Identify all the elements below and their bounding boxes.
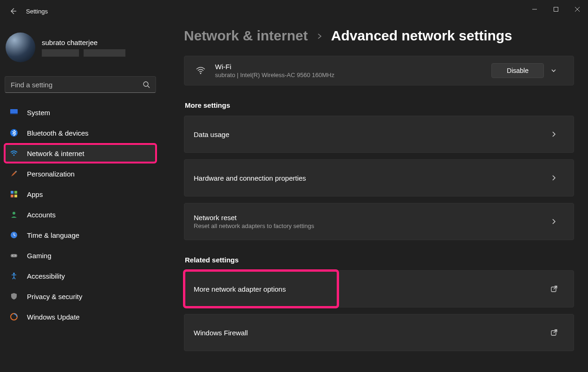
profile[interactable]: subrato chatterjee	[5, 22, 156, 68]
sidebar-item-personalization[interactable]: Personalization	[5, 164, 156, 183]
bluetooth-icon	[9, 128, 19, 137]
page-title: Advanced network settings	[331, 28, 512, 44]
card-windows-firewall[interactable]: Windows Firewall	[184, 314, 574, 351]
search-placeholder: Find a setting	[11, 81, 143, 89]
card-title: More network adapter options	[194, 285, 550, 293]
minimize-button[interactable]	[524, 0, 545, 19]
close-button[interactable]	[567, 0, 588, 19]
svg-rect-8	[14, 191, 17, 194]
sidebar-item-label: Windows Update	[27, 313, 79, 321]
svg-point-5	[13, 154, 14, 156]
external-link-icon	[550, 329, 564, 336]
wifi-icon	[194, 65, 208, 76]
card-network-reset[interactable]: Network reset Reset all network adapters…	[184, 203, 574, 240]
search-icon	[143, 81, 150, 88]
sidebar-item-label: Accessibility	[27, 272, 65, 280]
section-related-settings: Related settings	[185, 256, 574, 264]
breadcrumb-parent[interactable]: Network & internet	[184, 28, 308, 44]
window-controls	[524, 0, 588, 19]
minimize-icon	[532, 7, 537, 12]
sidebar-item-label: Gaming	[27, 252, 52, 260]
svg-rect-10	[14, 195, 17, 197]
sidebar-item-network[interactable]: Network & internet	[5, 144, 156, 163]
card-title: Windows Firewall	[194, 329, 550, 337]
sidebar-item-system[interactable]: System	[5, 103, 156, 122]
sidebar-item-label: Personalization	[27, 170, 75, 178]
sidebar-item-label: Time & language	[27, 231, 79, 239]
disable-button[interactable]: Disable	[491, 63, 544, 78]
card-title: Hardware and connection properties	[194, 174, 550, 182]
display-icon	[9, 108, 19, 117]
card-subtitle: Reset all network adapters to factory se…	[194, 222, 550, 229]
clock-icon	[9, 230, 19, 240]
card-more-adapter-options[interactable]: More network adapter options	[184, 270, 574, 307]
svg-point-18	[200, 73, 202, 74]
accessibility-icon	[9, 271, 19, 281]
external-link-icon	[550, 285, 564, 293]
search-input[interactable]: Find a setting	[5, 76, 156, 93]
close-icon	[575, 7, 580, 12]
sidebar-item-label: Bluetooth & devices	[27, 129, 89, 137]
section-more-settings: More settings	[185, 101, 574, 109]
sidebar-item-bluetooth[interactable]: Bluetooth & devices	[5, 124, 156, 142]
breadcrumb: Network & internet Advanced network sett…	[184, 28, 574, 44]
apps-icon	[9, 189, 19, 199]
chevron-right-icon	[316, 33, 323, 39]
chevron-right-icon	[550, 175, 564, 181]
card-data-usage[interactable]: Data usage	[184, 116, 574, 153]
card-title: Data usage	[194, 131, 550, 138]
sidebar-item-gaming[interactable]: Gaming	[5, 246, 156, 265]
svg-rect-7	[11, 191, 13, 194]
chevron-right-icon	[550, 131, 564, 137]
sidebar-item-label: Network & internet	[27, 150, 84, 157]
svg-point-1	[144, 82, 148, 86]
main-content: Network & internet Advanced network sett…	[184, 28, 574, 353]
sidebar-item-label: Apps	[27, 190, 43, 198]
sidebar-item-time[interactable]: Time & language	[5, 226, 156, 244]
gamepad-icon	[9, 251, 19, 260]
sidebar-item-accounts[interactable]: Accounts	[5, 205, 156, 224]
svg-point-16	[13, 273, 15, 274]
svg-rect-3	[10, 113, 18, 114]
sidebar-item-label: Accounts	[27, 211, 56, 219]
sidebar-item-update[interactable]: Windows Update	[5, 307, 156, 326]
wifi-icon	[9, 149, 19, 158]
arrow-left-icon	[9, 7, 17, 15]
avatar	[6, 33, 35, 62]
sidebar-item-accessibility[interactable]: Accessibility	[5, 267, 156, 285]
update-icon	[9, 312, 19, 321]
card-title: Network reset	[194, 214, 550, 222]
wifi-adapter-card[interactable]: Wi-Fi subrato | Intel(R) Wireless-AC 956…	[184, 56, 574, 85]
sidebar-item-apps[interactable]: Apps	[5, 185, 156, 203]
svg-point-15	[15, 255, 16, 256]
wifi-title: Wi-Fi	[215, 63, 491, 71]
maximize-icon	[553, 7, 559, 12]
card-hardware-properties[interactable]: Hardware and connection properties	[184, 159, 574, 196]
nav: System Bluetooth & devices Network & int…	[5, 103, 156, 326]
chevron-right-icon	[550, 218, 564, 225]
sidebar-item-label: Privacy & security	[27, 293, 82, 300]
sidebar: subrato chatterjee Find a setting System…	[0, 22, 161, 326]
sidebar-item-label: System	[27, 109, 50, 117]
profile-text: subrato chatterjee	[42, 39, 125, 57]
paintbrush-icon	[9, 169, 19, 178]
svg-rect-0	[554, 7, 558, 12]
window-title: Settings	[26, 8, 48, 15]
svg-rect-13	[11, 254, 17, 257]
shield-icon	[9, 292, 19, 301]
svg-point-14	[12, 255, 13, 256]
back-button[interactable]	[7, 5, 20, 18]
profile-name: subrato chatterjee	[42, 39, 125, 46]
svg-point-11	[13, 212, 15, 215]
titlebar: Settings	[0, 0, 588, 22]
profile-subtext	[42, 49, 125, 57]
chevron-down-icon[interactable]	[550, 67, 564, 74]
maximize-button[interactable]	[545, 0, 567, 19]
wifi-detail: subrato | Intel(R) Wireless-AC 9560 160M…	[215, 72, 491, 78]
svg-rect-9	[11, 195, 13, 197]
sidebar-item-privacy[interactable]: Privacy & security	[5, 287, 156, 306]
person-icon	[9, 210, 19, 219]
